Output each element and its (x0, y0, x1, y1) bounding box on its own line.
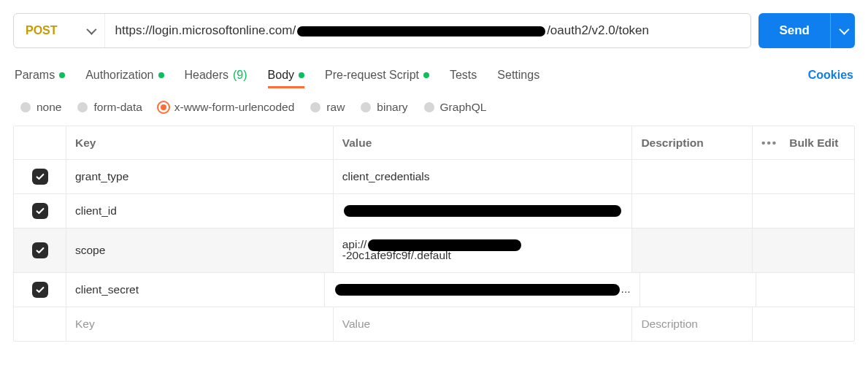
table-row: scope api:// -20c1afe9fc9f/.default (14, 228, 854, 273)
tab-label: Pre-request Script (325, 69, 419, 82)
tab-settings[interactable]: Settings (497, 64, 539, 86)
status-dot-icon (299, 72, 304, 78)
radio-icon (361, 102, 371, 112)
method-url-group: POST https://login.microsoftonline.com//… (13, 13, 751, 48)
check-icon (35, 206, 45, 216)
new-description-cell[interactable]: Description (632, 307, 753, 341)
row-description-cell[interactable] (640, 273, 756, 307)
row-check-cell (14, 228, 66, 272)
table-header-value: Value (334, 126, 633, 159)
row-value-cell[interactable]: api:// -20c1afe9fc9f/.default (334, 228, 633, 272)
table-row-new[interactable]: Key Value Description (14, 307, 854, 341)
radio-label: GraphQL (440, 101, 487, 114)
radio-raw[interactable]: raw (310, 101, 345, 114)
redacted-segment (297, 26, 545, 36)
status-dot-icon (423, 72, 429, 78)
tab-label: Headers (185, 69, 228, 82)
tab-params[interactable]: Params (15, 64, 65, 86)
table-header-row: Key Value Description ••• Bulk Edit (14, 126, 854, 160)
table-header-key: Key (66, 126, 334, 159)
row-value-cell[interactable]: ... (325, 273, 640, 307)
row-description-cell[interactable] (632, 194, 753, 228)
row-checkbox[interactable] (32, 242, 48, 258)
truncation-ellipsis: ... (621, 282, 631, 297)
tab-label: Authorization (85, 69, 153, 82)
tab-headers-count: (9) (233, 69, 247, 82)
request-bar: POST https://login.microsoftonline.com//… (13, 13, 855, 48)
row-checkbox[interactable] (32, 169, 48, 185)
radio-icon (424, 102, 434, 112)
table-header-check (14, 126, 66, 159)
row-check-cell (14, 273, 66, 307)
radio-none[interactable]: none (20, 101, 61, 114)
radio-label: none (37, 101, 61, 114)
body-type-selector: none form-data x-www-form-urlencoded raw… (13, 99, 855, 126)
tab-label: Settings (497, 69, 539, 82)
method-select[interactable]: POST (14, 14, 105, 47)
url-input[interactable]: https://login.microsoftonline.com//oauth… (105, 14, 751, 47)
status-dot-icon (59, 72, 65, 78)
row-checkbox[interactable] (32, 282, 48, 298)
new-value-cell[interactable]: Value (334, 307, 633, 341)
chevron-down-icon (86, 25, 96, 35)
tab-body[interactable]: Body (268, 64, 304, 88)
method-label: POST (26, 24, 58, 37)
table-row: client_id (14, 194, 854, 228)
tab-pre-request[interactable]: Pre-request Script (325, 64, 429, 86)
status-dot-icon (158, 72, 164, 78)
row-check-cell (14, 307, 66, 341)
cookies-link[interactable]: Cookies (808, 69, 853, 82)
radio-icon (77, 102, 88, 112)
tab-label: Params (15, 69, 55, 82)
row-actions-cell (753, 228, 854, 272)
chevron-down-icon (839, 25, 849, 35)
row-key-cell[interactable]: scope (66, 228, 334, 272)
row-checkbox[interactable] (32, 203, 48, 219)
radio-urlencoded[interactable]: x-www-form-urlencoded (158, 101, 295, 114)
bulk-edit-link[interactable]: Bulk Edit (789, 136, 838, 150)
radio-label: raw (326, 101, 345, 114)
radio-label: binary (377, 101, 407, 114)
redacted-segment (344, 205, 621, 217)
row-value-cell[interactable]: client_credentials (334, 160, 633, 193)
redacted-segment (335, 284, 620, 296)
radio-label: x-www-form-urlencoded (174, 101, 295, 114)
table-header-description: Description (632, 126, 753, 159)
request-tabs: Params Authorization Headers (9) Body Pr… (13, 64, 855, 86)
row-check-cell (14, 194, 66, 228)
row-key-cell[interactable]: grant_type (66, 160, 334, 193)
radio-icon (310, 102, 320, 112)
row-check-cell (14, 160, 66, 193)
row-actions-cell (753, 160, 854, 193)
radio-icon (158, 102, 169, 112)
check-icon (35, 285, 45, 295)
url-suffix: /oauth2/v2.0/token (547, 23, 649, 37)
body-params-table: Key Value Description ••• Bulk Edit gran… (13, 126, 855, 342)
send-button[interactable]: Send (758, 13, 830, 48)
radio-graphql[interactable]: GraphQL (424, 101, 487, 114)
tab-tests[interactable]: Tests (450, 64, 477, 86)
send-more-button[interactable] (830, 13, 855, 48)
row-key-cell[interactable]: client_id (66, 194, 334, 228)
send-button-group: Send (758, 13, 855, 48)
radio-label: form-data (93, 101, 142, 114)
check-icon (35, 245, 45, 255)
radio-icon (20, 102, 31, 112)
row-description-cell[interactable] (632, 228, 753, 272)
more-icon[interactable]: ••• (761, 136, 777, 150)
table-header-actions: ••• Bulk Edit (753, 126, 854, 159)
row-description-cell[interactable] (632, 160, 753, 193)
tab-authorization[interactable]: Authorization (85, 64, 164, 86)
radio-binary[interactable]: binary (361, 101, 407, 114)
check-icon (35, 172, 45, 182)
row-value-cell[interactable] (334, 194, 633, 228)
new-key-cell[interactable]: Key (66, 307, 334, 341)
row-actions-cell (756, 273, 854, 307)
radio-form-data[interactable]: form-data (77, 101, 142, 114)
table-row: client_secret ... (14, 273, 854, 307)
row-key-cell[interactable]: client_secret (66, 273, 325, 307)
tab-label: Body (268, 69, 294, 82)
value-suffix: -20c1afe9fc9f/.default (342, 248, 451, 264)
row-actions-cell (753, 307, 854, 341)
tab-headers[interactable]: Headers (9) (185, 64, 247, 86)
